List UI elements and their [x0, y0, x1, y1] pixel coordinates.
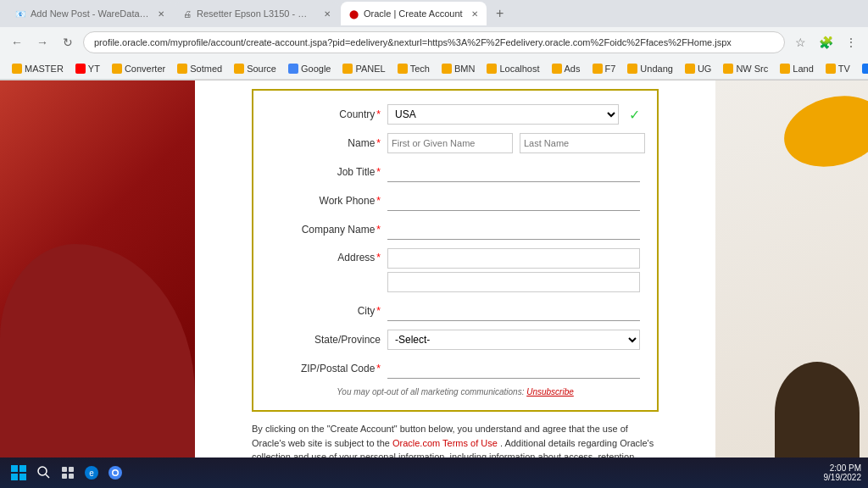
task-view-icon	[61, 466, 75, 480]
svg-rect-2	[11, 474, 18, 480]
edge-browser-icon: e	[84, 465, 99, 480]
edge-icon[interactable]: e	[81, 463, 102, 483]
search-taskbar-button[interactable]	[34, 463, 54, 483]
required-star: *	[376, 166, 381, 178]
main-content: Country* USA ✓ Name* Job	[0, 80, 868, 488]
search-icon	[37, 466, 51, 480]
opt-out-text: You may opt-out of all marketing communi…	[270, 387, 640, 396]
taskbar: e 2:00 PM 9/19/2022	[0, 458, 868, 488]
check-icon: ✓	[629, 107, 640, 123]
url-bar[interactable]: profile.oracle.com/myprofile/account/cre…	[83, 31, 785, 53]
svg-rect-8	[62, 474, 67, 479]
taskbar-time: 2:00 PM 9/19/2022	[824, 463, 862, 482]
right-art-panel	[715, 80, 868, 488]
required-star: *	[376, 108, 381, 120]
work-phone-label: Work Phone*	[270, 195, 381, 207]
bookmark-undang[interactable]: Undang	[622, 59, 678, 78]
svg-rect-9	[69, 474, 74, 479]
bookmark-icon	[234, 64, 244, 74]
first-name-input[interactable]	[387, 133, 513, 153]
task-view-button[interactable]	[58, 463, 78, 483]
new-tab-button[interactable]: +	[488, 2, 512, 25]
bookmark-icon	[593, 64, 603, 74]
bookmark-ads[interactable]: Ads	[547, 59, 586, 78]
left-art-panel	[0, 80, 195, 488]
bookmark-yt[interactable]: YT	[70, 59, 105, 78]
bookmark-icon	[75, 64, 86, 74]
bookmark-bmn[interactable]: BMN	[437, 59, 480, 78]
address-bar: ← → ↻ profile.oracle.com/myprofile/accou…	[0, 27, 868, 58]
address-label: Address*	[270, 248, 381, 263]
chrome-icon[interactable]	[105, 463, 125, 483]
bookmark-nwsrc[interactable]: NW Src	[718, 59, 773, 78]
start-button[interactable]	[7, 461, 31, 485]
reload-button[interactable]: ↻	[58, 32, 78, 53]
bookmark-localhost[interactable]: Localhost	[481, 59, 544, 78]
city-input[interactable]	[387, 301, 640, 321]
name-label: Name*	[270, 137, 381, 149]
state-label: State/Province	[270, 334, 381, 346]
state-row: State/Province -Select-	[270, 330, 640, 350]
address-line2-input[interactable]	[387, 272, 640, 292]
terms-link[interactable]: Oracle.com Terms of Use	[392, 438, 498, 448]
state-select[interactable]: -Select-	[387, 330, 640, 350]
job-title-label: Job Title*	[270, 166, 381, 178]
tab-1-close[interactable]: ✕	[158, 9, 164, 19]
bookmark-icon	[288, 64, 298, 74]
company-name-label: Company Name*	[270, 224, 381, 236]
bookmark-icon	[826, 64, 836, 74]
bookmark-icon	[862, 64, 868, 74]
tab-2-close[interactable]: ✕	[324, 9, 331, 19]
name-row: Name*	[270, 133, 640, 153]
bookmark-icon	[723, 64, 733, 74]
last-name-input[interactable]	[520, 133, 645, 153]
bookmark-icon	[112, 64, 122, 74]
svg-rect-0	[11, 465, 18, 472]
bookmark-sotmed[interactable]: Sotmed	[172, 59, 227, 78]
address-line1-input[interactable]	[387, 248, 640, 269]
url-text: profile.oracle.com/myprofile/account/cre…	[94, 37, 732, 47]
bookmark-icon	[627, 64, 637, 74]
tab-3[interactable]: ⬤ Oracle | Create Account ✕	[341, 2, 487, 25]
zip-input[interactable]	[387, 358, 640, 379]
tab-2[interactable]: 🖨 Resetter Epson L3150 - WareD... ✕	[175, 2, 339, 25]
extensions-button[interactable]: 🧩	[815, 32, 836, 53]
bookmark-source[interactable]: Source	[229, 59, 281, 78]
country-select[interactable]: USA	[387, 104, 619, 125]
required-star: *	[376, 252, 381, 263]
bookmark-tv[interactable]: TV	[821, 59, 855, 78]
tab-1[interactable]: 📧 Add New Post - WareData - W... ✕	[7, 2, 173, 25]
work-phone-row: Work Phone*	[270, 191, 640, 211]
bookmark-land[interactable]: Land	[775, 59, 818, 78]
bookmark-f7[interactable]: F7	[587, 59, 621, 78]
bookmarks-bar: MASTER YT Converter Sotmed Source Google…	[0, 58, 868, 80]
forward-button[interactable]: →	[32, 32, 53, 53]
bookmark-icon	[342, 64, 353, 74]
bookmark-icon	[780, 64, 790, 74]
company-name-row: Company Name*	[270, 219, 640, 240]
bookmark-google[interactable]: Google	[283, 59, 336, 78]
bookmark-ug[interactable]: UG	[680, 59, 717, 78]
svg-line-5	[46, 474, 49, 478]
bookmark-icon	[442, 64, 452, 74]
chrome-browser-icon	[108, 465, 123, 480]
work-phone-input[interactable]	[387, 191, 640, 211]
bookmark-tech[interactable]: Tech	[392, 59, 435, 78]
unsubscribe-link[interactable]: Unsubscribe	[526, 387, 574, 396]
bookmark-fb[interactable]: FB	[857, 59, 868, 78]
browser-chrome: 📧 Add New Post - WareData - W... ✕ 🖨 Res…	[0, 0, 868, 80]
bookmark-converter[interactable]: Converter	[107, 59, 170, 78]
svg-rect-7	[69, 467, 74, 472]
bookmark-panel[interactable]: PANEL	[337, 59, 390, 78]
menu-button[interactable]: ⋮	[841, 32, 861, 53]
svg-point-14	[114, 471, 118, 475]
svg-point-4	[38, 467, 47, 475]
bookmark-star[interactable]: ☆	[790, 32, 810, 53]
tab-3-close[interactable]: ✕	[471, 9, 478, 19]
bookmark-master[interactable]: MASTER	[7, 59, 69, 78]
back-button[interactable]: ←	[7, 32, 27, 53]
company-name-input[interactable]	[387, 219, 640, 240]
windows-logo-icon	[10, 464, 27, 481]
bookmark-icon	[12, 64, 22, 74]
job-title-input[interactable]	[387, 162, 640, 182]
